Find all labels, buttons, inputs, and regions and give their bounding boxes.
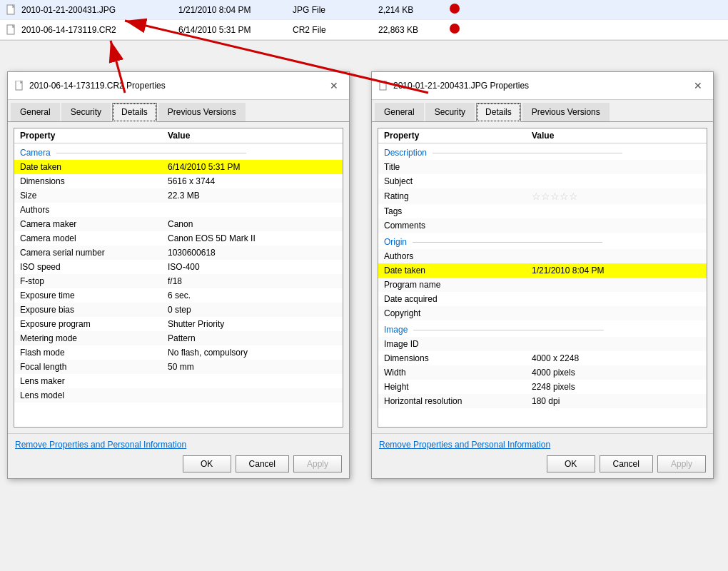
remove-link-left[interactable]: Remove Properties and Personal Informati… (15, 440, 186, 450)
prop-name: Horizontal resolution (378, 394, 526, 408)
prop-name: Height (378, 380, 526, 394)
properties-container-left: Property Value CameraDate taken6/14/2010… (8, 122, 349, 433)
prop-name: Authors (378, 249, 526, 263)
table-row: Authors (14, 203, 343, 217)
table-row: Dimensions5616 x 3744 (14, 174, 343, 188)
properties-container-right: Property Value DescriptionTitleSubjectRa… (372, 122, 713, 433)
prop-value (526, 249, 707, 263)
prop-name: Title (378, 160, 526, 174)
dialog-jpg-properties: 2010-01-21-200431.JPG Properties ✕ Gener… (371, 71, 714, 479)
table-row: Dimensions4000 x 2248 (378, 351, 707, 365)
table-row: ISO speedISO-400 (14, 260, 343, 274)
prop-value: 1030600618 (162, 246, 343, 260)
file-row[interactable]: 2010-01-21-200431.JPG 1/21/2010 8:04 PM … (0, 0, 728, 20)
tabs-right: General Security Details Previous Versio… (372, 100, 713, 122)
prop-value: Shutter Priority (162, 317, 343, 331)
cancel-button-left[interactable]: Cancel (236, 455, 289, 473)
properties-table-wrapper-right[interactable]: Property Value DescriptionTitleSubjectRa… (378, 128, 707, 428)
table-row: Camera serial number1030600618 (14, 246, 343, 260)
file-icon (6, 24, 17, 36)
prop-value (162, 388, 343, 403)
table-row: Metering modePattern (14, 331, 343, 345)
table-row: Exposure time6 sec. (14, 288, 343, 303)
prop-name: Exposure program (14, 317, 162, 331)
table-row: Camera modelCanon EOS 5D Mark II (14, 231, 343, 246)
table-row: Title (378, 160, 707, 174)
rating-stars[interactable]: ☆☆☆☆☆ (532, 191, 578, 202)
category-label: Origin (378, 233, 707, 249)
prop-value: 4000 x 2248 (526, 351, 707, 365)
prop-name: Program name (378, 278, 526, 292)
prop-value (526, 218, 707, 233)
jpg-file-icon (379, 81, 389, 91)
prop-name: Camera model (14, 231, 162, 246)
file-size: 22,863 KB (378, 25, 450, 35)
properties-table-wrapper-left[interactable]: Property Value CameraDate taken6/14/2010… (14, 128, 343, 428)
prop-name: Dimensions (378, 351, 526, 365)
prop-value: f/18 (162, 274, 343, 288)
prop-name: F-stop (14, 274, 162, 288)
category-label: Description (378, 143, 707, 161)
file-row[interactable]: 2010-06-14-173119.CR2 6/14/2010 5:31 PM … (0, 20, 728, 40)
prop-value: Canon (162, 217, 343, 231)
tab-details-left[interactable]: Details (112, 103, 157, 122)
prop-name: Size (14, 188, 162, 203)
prop-value: No flash, compulsory (162, 345, 343, 360)
table-row: Copyright (378, 306, 707, 320)
prop-value: 6/14/2010 5:31 PM (162, 160, 343, 174)
apply-button-left[interactable]: Apply (293, 455, 342, 473)
table-row: Size22.3 MB (14, 188, 343, 203)
close-button-left[interactable]: ✕ (326, 78, 342, 94)
tab-previous-versions-right[interactable]: Previous Versions (522, 103, 610, 121)
remove-link-right[interactable]: Remove Properties and Personal Informati… (379, 440, 550, 450)
table-row: Lens model (14, 388, 343, 403)
properties-table-right: Property Value DescriptionTitleSubjectRa… (378, 128, 707, 408)
prop-value: 5616 x 3744 (162, 174, 343, 188)
ok-button-left[interactable]: OK (183, 455, 231, 473)
tab-general-left[interactable]: General (11, 103, 60, 121)
prop-name: Image ID (378, 337, 526, 351)
col-header-property-left: Property (14, 128, 162, 143)
prop-value: 4000 pixels (526, 365, 707, 380)
prop-name: Date taken (378, 263, 526, 278)
table-row: Camera (14, 143, 343, 161)
dialog-cr2-properties: 2010-06-14-173119.CR2 Properties ✕ Gener… (7, 71, 350, 479)
prop-value: ISO-400 (162, 260, 343, 274)
dialog-buttons-right: OK Cancel Apply (379, 455, 706, 473)
table-row: Width4000 pixels (378, 365, 707, 380)
tab-general-right[interactable]: General (375, 103, 424, 121)
cancel-button-right[interactable]: Cancel (600, 455, 653, 473)
close-button-right[interactable]: ✕ (690, 78, 706, 94)
dialog-title-right: 2010-01-21-200431.JPG Properties (393, 81, 529, 91)
file-type: JPG File (293, 5, 378, 15)
prop-name: Lens model (14, 388, 162, 403)
file-size: 2,214 KB (378, 5, 450, 15)
apply-button-right[interactable]: Apply (657, 455, 706, 473)
table-row: Date acquired (378, 292, 707, 306)
prop-name: Camera serial number (14, 246, 162, 260)
table-row: Date taken6/14/2010 5:31 PM (14, 160, 343, 174)
prop-value: 22.3 MB (162, 188, 343, 203)
file-name: 2010-01-21-200431.JPG (21, 5, 178, 15)
ok-button-right[interactable]: OK (547, 455, 595, 473)
table-row: Description (378, 143, 707, 161)
tab-details-right[interactable]: Details (476, 103, 521, 122)
prop-value (526, 337, 707, 351)
table-row: F-stopf/18 (14, 274, 343, 288)
prop-name: Subject (378, 174, 526, 188)
table-row: Subject (378, 174, 707, 188)
prop-value: 1/21/2010 8:04 PM (526, 263, 707, 278)
file-icon (6, 4, 17, 16)
tab-previous-versions-left[interactable]: Previous Versions (158, 103, 246, 121)
prop-name: Exposure time (14, 288, 162, 303)
dialog-footer-left: Remove Properties and Personal Informati… (8, 433, 349, 478)
table-row: Flash modeNo flash, compulsory (14, 345, 343, 360)
table-row: Exposure bias0 step (14, 303, 343, 317)
dialog-buttons-left: OK Cancel Apply (15, 455, 342, 473)
prop-value (162, 374, 343, 388)
prop-value: ☆☆☆☆☆ (526, 188, 707, 204)
tab-security-left[interactable]: Security (61, 103, 111, 121)
properties-table-left: Property Value CameraDate taken6/14/2010… (14, 128, 343, 403)
tab-security-right[interactable]: Security (425, 103, 475, 121)
table-row: Origin (378, 233, 707, 249)
